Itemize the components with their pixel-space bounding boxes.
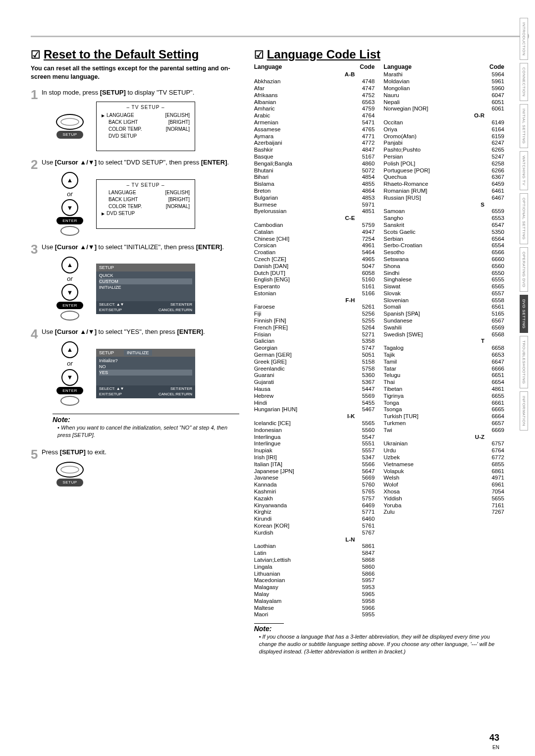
cursor-up-icon: ▲ — [61, 257, 78, 273]
lang-row: Nauru6047 — [383, 92, 504, 99]
lang-row: Dutch [DUT]6058 — [254, 270, 375, 277]
lang-row: Sundanese6567 — [383, 318, 504, 324]
lang-row: Setswana6660 — [383, 256, 504, 263]
lang-row: Volapuk6861 — [383, 468, 504, 475]
lang-row: Arabic4764 — [254, 112, 375, 119]
lang-row: Amharic4759 — [254, 106, 375, 112]
lang-row: Faroese5261 — [254, 304, 375, 311]
lang-row: Tsonga6665 — [383, 406, 504, 413]
lang-row: Sindhi6550 — [383, 270, 504, 277]
lang-row: Interlingue5551 — [254, 440, 375, 447]
lang-row: Malagasy5953 — [254, 584, 375, 591]
lang-row: Gujarati5367 — [254, 379, 375, 386]
lang-row: Frisian5271 — [254, 331, 375, 338]
lang-row: Latin5847 — [254, 550, 375, 557]
lang-row: Azerbaijani4772 — [254, 140, 375, 147]
svg-point-1 — [61, 466, 79, 473]
lang-row: Bislama4855 — [254, 181, 375, 188]
lang-section-hdr: F-H — [254, 297, 355, 304]
or-label: or — [53, 274, 87, 283]
reset-section: Reset to the Default Setting You can res… — [31, 48, 239, 655]
lang-row: Malayalam5958 — [254, 598, 375, 605]
lang-row: Burmese5971 — [254, 202, 375, 209]
reset-subtitle: You can reset all the settings except fo… — [31, 64, 239, 81]
lang-row: Marathi5964 — [383, 71, 504, 78]
reset-heading: Reset to the Default Setting — [31, 48, 239, 61]
lang-row: Maori5955 — [254, 611, 375, 618]
lang-row: Sangho6553 — [383, 215, 504, 222]
lang-row: Czech [CZE]4965 — [254, 256, 375, 263]
setup-button-icon — [56, 462, 84, 478]
lang-row: Afrikaans4752 — [254, 92, 375, 99]
lang-row: Lingala5860 — [254, 564, 375, 571]
cursor-down-icon: ▼ — [61, 284, 78, 301]
lang-row: Chinese [CHI]7254 — [254, 236, 375, 243]
lang-row: Samoan6559 — [383, 208, 504, 215]
lang-row: Kashmiri5765 — [254, 488, 375, 495]
lang-section-hdr: T — [383, 338, 484, 345]
svg-point-0 — [61, 118, 79, 125]
lang-row: Latvian;Lettish5868 — [254, 557, 375, 564]
lang-row: Turkmen6657 — [383, 420, 504, 427]
lang-row: Basque5167 — [254, 154, 375, 161]
lang-row: Maltese5966 — [254, 605, 375, 612]
lang-row: Corsican4961 — [254, 242, 375, 249]
cursor-up-icon: ▲ — [61, 341, 78, 358]
remote-setup: SETUP — [53, 114, 87, 139]
lang-row: Somali6561 — [383, 304, 504, 311]
step-3: 3Use [Cursor ▲/▼] to select "INITIALIZE"… — [31, 243, 239, 321]
lang-row: Hebrew5569 — [254, 393, 375, 400]
lang-row: Swedish [SWE]6568 — [383, 331, 504, 338]
reset-note: Note:When you want to cancel the initial… — [53, 414, 239, 439]
enter-button-icon — [60, 396, 79, 406]
lang-row: Byelorussian4851 — [254, 208, 375, 215]
cursor-down-icon: ▼ — [61, 369, 78, 386]
lang-row: Javanese5669 — [254, 475, 375, 482]
lang-row: Albanian6563 — [254, 99, 375, 106]
lang-row: Sesotho6566 — [383, 249, 504, 256]
lang-row: Thai6654 — [383, 379, 504, 386]
lang-row: Aymara4771 — [254, 133, 375, 140]
lang-row: Portuguese [POR]6266 — [383, 167, 504, 174]
lang-row: Singhalese6555 — [383, 276, 504, 283]
lang-section-hdr: I-K — [254, 413, 355, 420]
lang-row: Yoruba7161 — [383, 502, 504, 509]
lang-row: French [FRE]5264 — [254, 324, 375, 331]
lang-row: Kinyarwanda6469 — [254, 502, 375, 509]
lang-row: Turkish [TUR]6664 — [383, 413, 504, 420]
lang-row: Mongolian5960 — [383, 85, 504, 92]
enter-button-icon — [60, 311, 79, 321]
lang-row: Bhutani5072 — [254, 167, 375, 174]
lang-row: Wolof6961 — [383, 482, 504, 488]
lang-row: German [GER]5051 — [254, 352, 375, 359]
lang-row: Tatar6666 — [383, 366, 504, 373]
lang-row: Greenlandic5758 — [254, 366, 375, 373]
lang-row: Hungarian [HUN]5467 — [254, 406, 375, 413]
lang-row: Ukrainian6757 — [383, 440, 504, 447]
lang-row: Kirghiz5771 — [254, 509, 375, 516]
language-code-section: Language Code List LanguageCodeA-BAbkhaz… — [254, 48, 504, 655]
initialize-screen: SETUPINITIALIZE Initialize?NOYES SELECT:… — [96, 349, 195, 398]
lang-row: Catalan4947 — [254, 229, 375, 236]
lang-row: Kazakh5757 — [254, 495, 375, 502]
lang-row: Siswat6565 — [383, 283, 504, 290]
lang-heading: Language Code List — [254, 48, 504, 61]
lang-section-hdr: S — [383, 202, 484, 209]
remote-arrows: ▲ or ▼ ENTER — [53, 257, 87, 321]
lang-row: Welsh4971 — [383, 475, 504, 482]
lang-row: Bengali;Bangla4860 — [254, 161, 375, 167]
lang-row: Finnish [FIN]5255 — [254, 318, 375, 324]
lang-row: Serbian6564 — [383, 236, 504, 243]
lang-row: Rhaeto-Romance6459 — [383, 181, 504, 188]
lang-row: Russian [RUS]6467 — [383, 195, 504, 202]
lang-row: Tamil6647 — [383, 359, 504, 366]
lang-row: Pashto;Pushto6265 — [383, 147, 504, 154]
tv-setup-screen: – TV SETUP –LANGUAGE[ENGLISH]BACK LIGHT[… — [96, 102, 195, 151]
lang-row: Kurdish5767 — [254, 530, 375, 537]
step-5: 5Press [SETUP] to exit. SETUP — [31, 448, 239, 486]
or-label: or — [53, 190, 87, 199]
setup-label: SETUP — [56, 479, 83, 486]
enter-label: ENTER — [56, 387, 83, 394]
lang-row: Vietnamese6855 — [383, 461, 504, 468]
lang-row: Moldavian5961 — [383, 78, 504, 85]
